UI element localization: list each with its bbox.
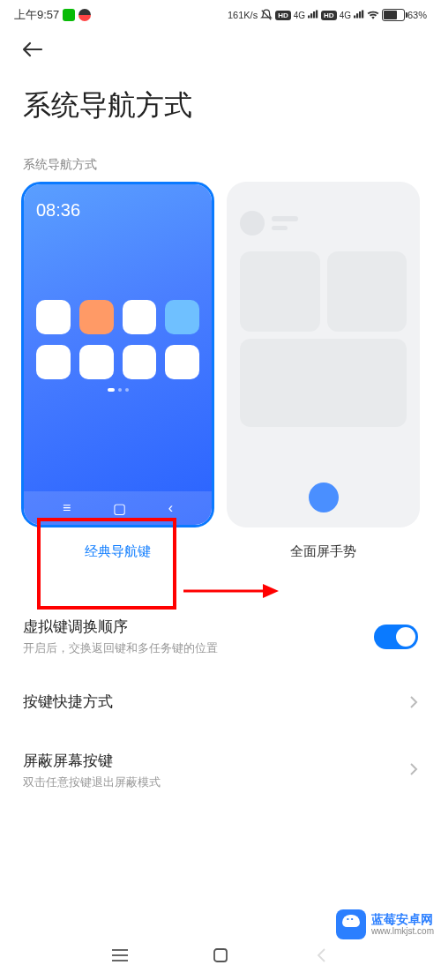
hd-badge-1: HD <box>275 11 291 20</box>
status-bar: 上午9:57 161K/s HD 4G HD 4G 63% <box>0 0 441 26</box>
net-type-2: 4G <box>340 11 351 20</box>
wechat-icon <box>63 9 75 21</box>
svg-marker-1 <box>263 584 279 598</box>
card-placeholder <box>327 251 407 332</box>
setting-shield-keys[interactable]: 屏蔽屏幕按键 双击任意按键退出屏蔽模式 <box>23 733 418 808</box>
sys-menu-button[interactable] <box>107 942 133 969</box>
qq-icon <box>78 9 91 21</box>
net-type-1: 4G <box>294 11 305 20</box>
battery-percent: 63% <box>407 10 427 20</box>
chevron-right-icon <box>409 695 418 713</box>
classic-label: 经典导航键 <box>78 540 158 564</box>
back-button[interactable] <box>0 26 441 69</box>
home-icon: ▢ <box>113 500 126 517</box>
gesture-header <box>240 211 407 236</box>
gesture-preview <box>227 182 420 527</box>
signal-icon-1 <box>308 10 318 20</box>
page-dots <box>36 388 199 392</box>
setting-desc: 双击任意按键退出屏蔽模式 <box>23 774 409 790</box>
card-placeholder <box>240 251 320 332</box>
card-placeholder <box>240 339 407 427</box>
nav-option-classic[interactable]: 08:36 ≡ ▢ ‹ <box>21 182 214 564</box>
preview-time: 08:36 <box>36 200 199 221</box>
system-nav-bar <box>0 939 441 971</box>
preview-icon-grid <box>36 300 199 379</box>
network-speed: 161K/s <box>228 10 258 20</box>
menu-icon: ≡ <box>63 500 71 516</box>
nav-option-gesture[interactable]: 全面屏手势 <box>227 182 420 564</box>
dnd-icon <box>260 9 273 21</box>
app-icon <box>36 300 71 334</box>
preview-nav-bar: ≡ ▢ ‹ <box>24 491 212 525</box>
settings-list: 虚拟键调换顺序 开启后，交换返回键和多任务键的位置 按键快捷方式 屏蔽屏幕按键 … <box>0 599 441 808</box>
gesture-label: 全面屏手势 <box>283 540 363 564</box>
chevron-right-icon <box>409 762 418 780</box>
section-label: 系统导航方式 <box>0 136 441 182</box>
toggle-swap-keys[interactable] <box>374 625 418 649</box>
classic-preview: 08:36 ≡ ▢ ‹ <box>21 182 214 527</box>
watermark-title: 蓝莓安卓网 <box>371 912 434 927</box>
status-right: 161K/s HD 4G HD 4G 63% <box>228 9 427 21</box>
nav-options: 08:36 ≡ ▢ ‹ <box>0 182 441 564</box>
app-icon <box>79 345 114 379</box>
setting-title: 按键快捷方式 <box>23 692 409 712</box>
watermark: 蓝莓安卓网 www.lmkjst.com <box>336 909 434 939</box>
app-icon <box>123 300 157 334</box>
status-left: 上午9:57 <box>14 7 91 23</box>
app-icon <box>165 345 199 379</box>
app-icon <box>165 300 199 334</box>
watermark-url: www.lmkjst.com <box>371 926 434 937</box>
setting-swap-keys[interactable]: 虚拟键调换顺序 开启后，交换返回键和多任务键的位置 <box>23 599 418 674</box>
avatar-placeholder <box>240 211 265 236</box>
page-title: 系统导航方式 <box>0 69 441 136</box>
battery-icon <box>382 9 405 21</box>
sys-back-button[interactable] <box>308 942 334 969</box>
wifi-icon <box>367 10 379 21</box>
app-icon <box>123 345 157 379</box>
gesture-indicator <box>309 483 339 512</box>
setting-title: 虚拟键调换顺序 <box>23 617 374 637</box>
signal-icon-2 <box>354 10 364 20</box>
setting-title: 屏蔽屏幕按键 <box>23 751 409 771</box>
app-icon <box>79 300 114 334</box>
setting-key-shortcut[interactable]: 按键快捷方式 <box>23 674 418 733</box>
svg-rect-5 <box>214 949 227 961</box>
back-icon: ‹ <box>168 500 173 516</box>
sys-home-button[interactable] <box>207 942 234 969</box>
watermark-logo <box>336 909 366 939</box>
status-time: 上午9:57 <box>14 7 59 23</box>
setting-desc: 开启后，交换返回键和多任务键的位置 <box>23 640 374 656</box>
app-icon <box>36 345 71 379</box>
hd-badge-2: HD <box>321 11 337 20</box>
